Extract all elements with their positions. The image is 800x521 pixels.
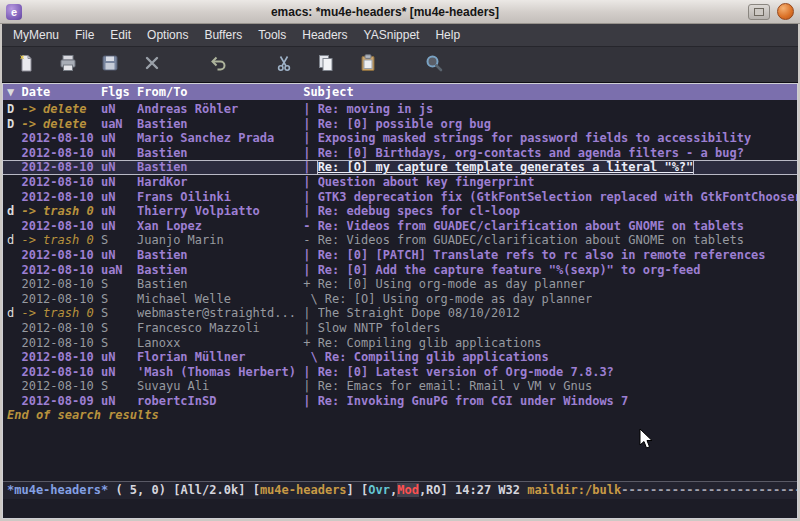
subject-cell: Exposing masked strings for password fie… — [318, 131, 751, 146]
from-cell: Bastien — [137, 160, 303, 175]
save-button[interactable] — [94, 51, 126, 79]
emacs-app-icon: e — [6, 4, 22, 20]
mark-cell: D — [7, 102, 21, 117]
copy-button[interactable] — [310, 51, 342, 79]
menu-buffers[interactable]: Buffers — [196, 24, 250, 46]
subject-cell: The Straight Dope 08/10/2012 — [318, 306, 520, 321]
menu-yasnippet[interactable]: YASnippet — [356, 24, 428, 46]
mark-cell — [7, 146, 21, 161]
menu-help[interactable]: Help — [427, 24, 468, 46]
from-cell: Florian Müllner — [137, 350, 303, 365]
thread-indicator: \ — [303, 292, 325, 307]
thread-indicator: | — [303, 394, 317, 409]
cut-button[interactable] — [268, 51, 300, 79]
message-row[interactable]: D-> deleteuNAndreas Röhler| Re: moving i… — [3, 102, 797, 117]
message-row[interactable]: 2012-08-10uNBastien| Re: [0] [PATCH] Tra… — [3, 248, 797, 263]
toolbar-separator — [244, 47, 258, 82]
column-header-date[interactable]: Date — [21, 84, 100, 100]
from-cell: Juanjo Marin — [137, 233, 303, 248]
flags-cell: uN — [101, 160, 137, 175]
thread-indicator: | — [303, 131, 317, 146]
modeline-segment: *mu4e-headers* — [7, 483, 108, 497]
toolbar-separator — [178, 47, 192, 82]
message-row[interactable]: 2012-08-09uNrobertcInSD| Re: Invoking Gn… — [3, 394, 797, 409]
message-row[interactable]: 2012-08-10SFrancesco Mazzoli| Slow NNTP … — [3, 321, 797, 336]
new-file-icon — [16, 53, 36, 77]
emacs-window: e emacs: *mu4e-headers* [mu4e-headers] M… — [0, 0, 800, 521]
column-header-subject[interactable]: Subject — [303, 84, 354, 100]
date-cell: -> delete — [21, 102, 100, 117]
column-header-flags[interactable]: Flgs — [101, 84, 137, 100]
date-cell: 2012-08-10 — [21, 175, 100, 190]
toolbar — [2, 47, 798, 83]
message-row[interactable]: d-> trash 0uNThierry Volpiatto| Re: edeb… — [3, 204, 797, 219]
date-cell: 2012-08-10 — [21, 248, 100, 263]
message-row[interactable]: d-> trash 0Swebmaster@straightd...| The … — [3, 306, 797, 321]
message-row[interactable]: 2012-08-10uNFrans Oilinki| GTK3 deprecat… — [3, 190, 797, 205]
search-icon — [424, 53, 444, 77]
menu-headers[interactable]: Headers — [294, 24, 355, 46]
date-cell: 2012-08-10 — [21, 292, 100, 307]
menu-tools[interactable]: Tools — [250, 24, 294, 46]
copy-icon — [316, 53, 336, 77]
menu-edit[interactable]: Edit — [102, 24, 139, 46]
print-button[interactable] — [52, 51, 84, 79]
window-title: emacs: *mu4e-headers* [mu4e-headers] — [28, 5, 742, 19]
from-cell: Bastien — [137, 263, 303, 278]
message-row[interactable]: 2012-08-10uNMario Sanchez Prada| Exposin… — [3, 131, 797, 146]
menubar: MyMenuFileEditOptionsBuffersToolsHeaders… — [2, 24, 798, 47]
flags-cell: uN — [101, 131, 137, 146]
close-button[interactable] — [777, 3, 794, 20]
message-row[interactable]: 2012-08-10SLanoxx+ Re: Compiling glib ap… — [3, 336, 797, 351]
date-cell: 2012-08-10 — [21, 190, 100, 205]
date-cell: 2012-08-10 — [21, 160, 100, 175]
mark-cell — [7, 321, 21, 336]
message-row[interactable]: 2012-08-10uN'Mash (Thomas Herbert)| Re: … — [3, 365, 797, 380]
date-cell: 2012-08-10 — [21, 379, 100, 394]
close-icon — [142, 53, 162, 77]
subject-cell: Re: edebug specs for cl-loop — [318, 204, 520, 219]
thread-indicator: | — [303, 146, 317, 161]
from-cell: 'Mash (Thomas Herbert) — [137, 365, 303, 380]
message-row[interactable]: 2012-08-10uNXan Lopez- Re: Videos from G… — [3, 219, 797, 234]
menu-options[interactable]: Options — [139, 24, 196, 46]
menu-file[interactable]: File — [67, 24, 102, 46]
column-header-from[interactable]: From/To — [137, 84, 303, 100]
flags-cell: uN — [101, 175, 137, 190]
message-row[interactable]: 2012-08-10uNHardKor| Question about key … — [3, 175, 797, 190]
message-row[interactable]: D-> deleteuaNBastien| Re: [0] possible o… — [3, 117, 797, 132]
flags-cell: uN — [101, 204, 137, 219]
subject-cell: Re: [0] [PATCH] Translate refs to rc als… — [318, 248, 766, 263]
print-icon — [58, 53, 78, 77]
new-file-button[interactable] — [10, 51, 42, 79]
modeline-segment: [ — [253, 483, 260, 497]
modeline-segment: mu4e-headers — [260, 483, 347, 497]
message-row[interactable]: 2012-08-10SBastien+ Re: [0] Using org-mo… — [3, 277, 797, 292]
search-button[interactable] — [418, 51, 450, 79]
message-row[interactable]: 2012-08-10SSuvayu Ali| Re: Emacs for ema… — [3, 379, 797, 394]
thread-indicator: | — [303, 204, 317, 219]
maximize-button[interactable] — [748, 4, 770, 20]
modeline-segment: Mod — [397, 483, 419, 497]
message-row[interactable]: 2012-08-10SMichael Welle \ Re: [O] Using… — [3, 292, 797, 307]
mode-line[interactable]: *mu4e-headers* ( 5, 0) [All/2.0k] [mu4e-… — [3, 481, 797, 499]
flags-cell: S — [101, 277, 137, 292]
message-row[interactable]: 2012-08-10uaNBastien| Re: [0] Add the ca… — [3, 263, 797, 278]
thread-indicator: | — [303, 306, 317, 321]
subject-cell: Question about key fingerprint — [318, 175, 535, 190]
close-button[interactable] — [136, 51, 168, 79]
message-row[interactable]: 2012-08-10uNBastien| Re: [0] Birthdays, … — [3, 146, 797, 161]
subject-cell: Re: Videos from GUADEC/clarification abo… — [318, 219, 744, 234]
save-icon — [100, 53, 120, 77]
mark-cell — [7, 131, 21, 146]
message-row[interactable]: 2012-08-10uNBastien| Re: [O] my capture … — [3, 160, 797, 175]
message-row[interactable]: d-> trash 0SJuanjo Marin- Re: Videos fro… — [3, 233, 797, 248]
modeline-segment: ----------------------------------------… — [621, 483, 797, 497]
undo-button[interactable] — [202, 51, 234, 79]
message-row[interactable]: 2012-08-10uNFlorian Müllner \ Re: Compil… — [3, 350, 797, 365]
mark-cell: D — [7, 117, 21, 132]
mark-cell — [7, 379, 21, 394]
menu-mymenu[interactable]: MyMenu — [5, 24, 67, 46]
paste-button[interactable] — [352, 51, 384, 79]
from-cell: Bastien — [137, 117, 303, 132]
